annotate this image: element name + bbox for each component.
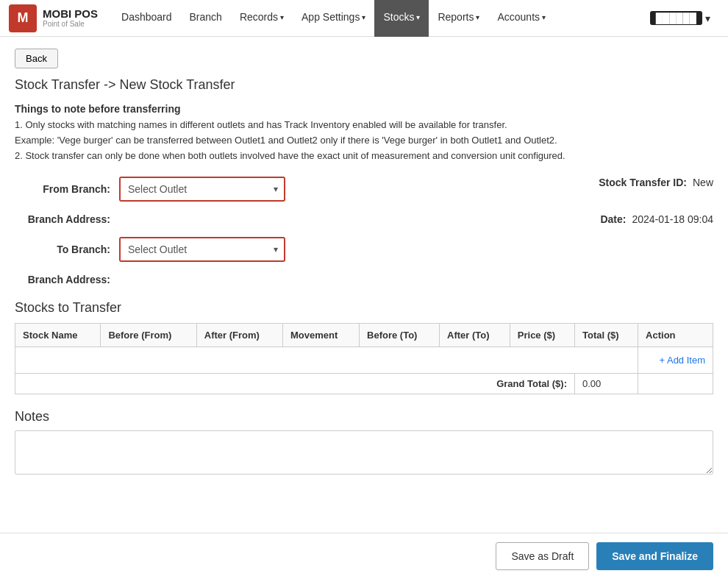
app-settings-caret-icon: ▾: [362, 13, 365, 21]
col-price: Price ($): [510, 324, 574, 347]
records-caret-icon: ▾: [280, 13, 284, 21]
nav-item-stocks[interactable]: Stocks ▾: [374, 0, 429, 37]
to-branch-label: To Branch:: [15, 244, 110, 255]
notice-box: Things to note before transferring 1. On…: [15, 103, 713, 163]
notice-line2: Example: 'Vege burger' can be transferre…: [15, 133, 713, 149]
date-value: 2024-01-18 09:04: [632, 213, 713, 225]
col-movement: Movement: [283, 324, 360, 347]
nav-item-branch[interactable]: Branch: [181, 0, 231, 37]
from-branch-select-wrapper: Select Outlet ▾: [119, 177, 285, 202]
to-branch-select-wrapper: Select Outlet ▾: [119, 237, 285, 262]
add-item-cell: + Add Item: [638, 347, 713, 374]
stocks-section-title: Stocks to Transfer: [15, 300, 713, 316]
nav-item-reports[interactable]: Reports ▾: [429, 0, 488, 37]
main-content: Back Stock Transfer -> New Stock Transfe…: [0, 37, 728, 547]
table-body: + Add Item Grand Total ($): 0.00: [15, 347, 713, 394]
date-label: Date:: [600, 213, 626, 225]
to-branch-row: To Branch: Select Outlet ▾: [15, 237, 713, 262]
from-branch-caret-icon: ▾: [268, 184, 284, 194]
col-total: Total ($): [574, 324, 638, 347]
nav-user[interactable]: ██████ ▾: [641, 0, 719, 37]
grand-total-label: Grand Total ($):: [15, 374, 575, 394]
logo-sub: Point of Sale: [43, 20, 98, 28]
col-action: Action: [638, 324, 713, 347]
notes-section: Notes: [15, 409, 713, 477]
user-label: ██████: [650, 11, 702, 25]
footer-bar: Save as Draft Save and Finalize: [0, 533, 728, 579]
nav-item-records[interactable]: Records ▾: [231, 0, 293, 37]
nav-item-app-settings[interactable]: App Settings ▾: [293, 0, 374, 37]
to-branch-caret-icon: ▾: [268, 244, 284, 255]
user-caret-icon: ▾: [705, 13, 710, 24]
logo: M MOBI POS Point of Sale: [9, 4, 98, 32]
notes-input[interactable]: [15, 430, 713, 475]
nav-item-dashboard[interactable]: Dashboard: [113, 0, 181, 37]
stock-transfer-id-label: Stock Transfer ID:: [599, 177, 687, 188]
col-after-to: After (To): [440, 324, 510, 347]
notice-title: Things to note before transferring: [15, 103, 713, 115]
stock-transfer-id-value: New: [693, 177, 713, 188]
stocks-table: Stock Name Before (From) After (From) Mo…: [15, 323, 713, 394]
from-branch-address-row: Branch Address: Date: 2024-01-18 09:04: [15, 213, 713, 225]
navbar: M MOBI POS Point of Sale Dashboard Branc…: [0, 0, 728, 37]
notes-title: Notes: [15, 409, 713, 425]
to-branch-address-label: Branch Address:: [15, 274, 110, 285]
col-before-to: Before (To): [360, 324, 440, 347]
from-branch-label: From Branch:: [15, 183, 110, 195]
logo-name: MOBI POS: [43, 8, 98, 21]
to-branch-address-row: Branch Address:: [15, 274, 713, 285]
accounts-caret-icon: ▾: [542, 13, 546, 21]
to-branch-select[interactable]: Select Outlet: [121, 238, 268, 260]
col-after-from: After (From): [196, 324, 282, 347]
from-branch-address-label: Branch Address:: [15, 213, 110, 225]
add-item-button[interactable]: + Add Item: [659, 355, 705, 366]
notice-line3: 2. Stock transfer can only be done when …: [15, 149, 713, 164]
from-branch-select[interactable]: Select Outlet: [121, 178, 268, 200]
reports-caret-icon: ▾: [476, 13, 479, 21]
table-header: Stock Name Before (From) After (From) Mo…: [15, 324, 713, 347]
back-button[interactable]: Back: [15, 49, 58, 68]
transfer-form: From Branch: Select Outlet ▾ Stock Trans…: [15, 177, 713, 285]
from-branch-row: From Branch: Select Outlet ▾ Stock Trans…: [15, 177, 713, 202]
stocks-section: Stocks to Transfer Stock Name Before (Fr…: [15, 300, 713, 394]
page-title: Stock Transfer -> New Stock Transfer: [15, 77, 713, 93]
grand-total-value: 0.00: [574, 374, 638, 394]
nav-item-accounts[interactable]: Accounts ▾: [488, 0, 554, 37]
notice-line1: 1. Only stocks with matching names in di…: [15, 118, 713, 133]
col-before-from: Before (From): [101, 324, 196, 347]
logo-icon: M: [9, 4, 37, 32]
table-row-empty: + Add Item: [15, 347, 713, 374]
nav-items: Dashboard Branch Records ▾ App Settings …: [113, 0, 641, 37]
stocks-caret-icon: ▾: [416, 13, 420, 21]
save-finalize-button[interactable]: Save and Finalize: [596, 542, 713, 570]
col-stock-name: Stock Name: [15, 324, 101, 347]
save-draft-button[interactable]: Save as Draft: [496, 542, 589, 570]
grand-total-row: Grand Total ($): 0.00: [15, 374, 713, 394]
